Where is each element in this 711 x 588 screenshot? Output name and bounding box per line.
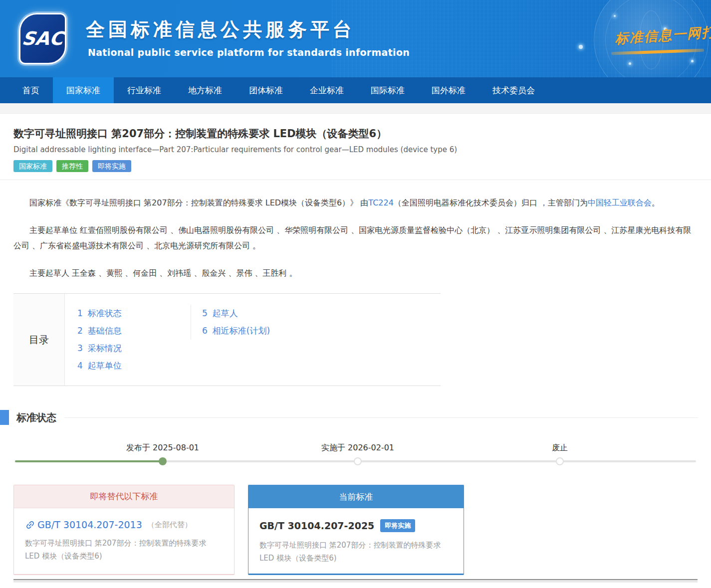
p1-prefix: 国家标准《数字可寻址照明接口 第207部分：控制装置的特殊要求 LED模块（设备… — [29, 198, 368, 207]
status-section-title: 标准状态 — [16, 411, 56, 424]
intro-paragraph-1: 国家标准《数字可寻址照明接口 第207部分：控制装置的特殊要求 LED模块（设备… — [13, 195, 698, 210]
site-header: SAC 全国标准信息公共服务平台 National public service… — [0, 0, 711, 77]
timeline-label-published: 发布于 2025-08-01 — [126, 443, 199, 453]
current-standard-desc: 数字可寻址照明接口 第207部分：控制装置的特殊要求 LED 模块（设备类型6) — [259, 539, 453, 565]
current-card-body: GB/T 30104.207-2025 即将实施 数字可寻址照明接口 第207部… — [248, 508, 464, 574]
toc-column-1: 1标准状态 2基础信息 3采标情况 4起草单位 — [65, 305, 191, 375]
toc-label: 目录 — [29, 333, 49, 347]
intro-paragraphs: 国家标准《数字可寻址照明接口 第207部分：控制装置的特殊要求 LED模块（设备… — [13, 195, 698, 281]
toc-label-cell: 目录 — [13, 294, 65, 386]
dept-link[interactable]: 中国轻工业联合会 — [588, 198, 652, 207]
toc-item-drafting-units[interactable]: 4起草单位 — [77, 357, 191, 375]
nav-item-local-standards[interactable]: 地方标准 — [175, 77, 236, 103]
timeline-label-abolished: 废止 — [552, 443, 568, 453]
nav-item-group-standards[interactable]: 团体标准 — [236, 77, 296, 103]
nav-item-technical-committee[interactable]: 技术委员会 — [479, 77, 548, 103]
title-divider — [0, 180, 711, 180]
toc-num: 5 — [202, 308, 208, 318]
current-card-header: 当前标准 — [248, 485, 464, 508]
toc-item-basic-info[interactable]: 2基础信息 — [77, 322, 191, 340]
timeline-dot-published — [159, 457, 167, 465]
toc-item-drafters[interactable]: 5起草人 — [202, 305, 270, 322]
toc-column-2: 5起草人 6相近标准(计划) — [191, 305, 270, 340]
table-of-contents: 目录 1标准状态 2基础信息 3采标情况 4起草单位 5起草人 6相近标准(计划… — [13, 293, 441, 386]
timeline-track-done — [15, 460, 163, 462]
nav-item-industry-standards[interactable]: 行业标准 — [114, 77, 175, 103]
timeline-dot-implemented — [354, 457, 362, 465]
toc-num: 6 — [202, 326, 208, 336]
timeline-dot-abolished — [556, 457, 564, 465]
footer-strip — [13, 579, 698, 583]
intro-paragraph-2: 主要起草单位 红壹佰照明股份有限公司 、佛山电器照明股份有限公司 、华荣照明有限… — [13, 222, 698, 253]
current-standard-card: 当前标准 GB/T 30104.207-2025 即将实施 数字可寻址照明接口 … — [248, 485, 464, 575]
badge-recommended: 推荐性 — [56, 160, 88, 172]
replaced-card-body: GB/T 30104.207-2013 （全部代替） 数字可寻址照明接口 第20… — [14, 508, 234, 572]
nav-item-home[interactable]: 首页 — [9, 77, 53, 103]
nav-item-international-standards[interactable]: 国际标准 — [357, 77, 418, 103]
section-marker — [0, 410, 9, 425]
toc-item-label: 起草单位 — [88, 361, 122, 371]
sac-logo[interactable]: SAC — [19, 13, 66, 64]
badge-national-standard: 国家标准 — [13, 160, 52, 172]
replaced-standard-desc: 数字可寻址照明接口 第207部分：控制装置的特殊要求 LED 模块（设备类型6) — [25, 537, 223, 563]
toc-num: 3 — [77, 343, 83, 353]
divider-band — [0, 103, 711, 114]
timeline-label-implemented: 实施于 2026-02-01 — [321, 443, 394, 453]
toc-num: 4 — [77, 361, 83, 371]
toc-item-label: 采标情况 — [88, 343, 122, 353]
badge-row: 国家标准 推荐性 即将实施 — [13, 160, 698, 172]
section-line — [64, 417, 698, 418]
main-content: 数字可寻址照明接口 第207部分：控制装置的特殊要求 LED模块（设备类型6） … — [0, 114, 711, 583]
p1-suffix: 。 — [652, 198, 660, 207]
main-nav: 首页 国家标准 行业标准 地方标准 团体标准 企业标准 国际标准 国外标准 技术… — [0, 77, 711, 103]
toc-item-adoption[interactable]: 3采标情况 — [77, 340, 191, 357]
replaced-card-header: 即将替代以下标准 — [14, 485, 234, 508]
badge-upcoming: 即将实施 — [92, 160, 131, 172]
nav-item-enterprise-standards[interactable]: 企业标准 — [296, 77, 357, 103]
toc-item-standard-status[interactable]: 1标准状态 — [77, 305, 191, 322]
p1-mid: （全国照明电器标准化技术委员会）归口 ，主管部门为 — [394, 198, 588, 207]
intro-paragraph-3: 主要起草人 王全森 、黄熙 、何金田 、刘祎瑶 、殷金兴 、景伟 、王胜利 。 — [13, 265, 698, 281]
upcoming-implementation-badge: 即将实施 — [380, 519, 415, 532]
toc-columns: 1标准状态 2基础信息 3采标情况 4起草单位 5起草人 6相近标准(计划) — [65, 294, 270, 386]
standard-title-en: Digital addressable lighting interface—P… — [13, 145, 698, 154]
toc-num: 2 — [77, 326, 83, 336]
spark-dot — [691, 60, 694, 62]
current-code-row: GB/T 30104.207-2025 即将实施 — [259, 519, 453, 532]
status-section-header: 标准状态 — [0, 410, 711, 425]
toc-item-label: 基础信息 — [88, 326, 122, 336]
replaced-standard-link[interactable]: GB/T 30104.207-2013 — [37, 519, 142, 530]
toc-item-label: 起草人 — [213, 308, 238, 318]
replaced-standard-card: 即将替代以下标准 GB/T 30104.207-2013 （全部代替） 数字可寻… — [13, 485, 235, 575]
nav-item-foreign-standards[interactable]: 国外标准 — [418, 77, 479, 103]
spark-dot — [614, 15, 616, 17]
toc-num: 1 — [77, 308, 83, 318]
standard-cards: 即将替代以下标准 GB/T 30104.207-2013 （全部代替） 数字可寻… — [13, 485, 698, 575]
spark-dot — [579, 45, 583, 49]
spark-dot — [629, 62, 631, 65]
site-subtitle: National public service platform for sta… — [88, 47, 410, 58]
tc224-link[interactable]: TC224 — [368, 198, 394, 207]
toc-item-similar-standards[interactable]: 6相近标准(计划) — [202, 322, 270, 340]
replaced-code-row: GB/T 30104.207-2013 （全部代替） — [25, 519, 223, 530]
site-title: 全国标准信息公共服务平台 — [86, 17, 355, 42]
nav-item-national-standards[interactable]: 国家标准 — [53, 77, 114, 103]
current-standard-code: GB/T 30104.207-2025 — [259, 520, 374, 531]
chain-link-icon — [23, 517, 38, 532]
standard-title-cn: 数字可寻址照明接口 第207部分：控制装置的特殊要求 LED模块（设备类型6） — [13, 127, 698, 141]
status-timeline: 发布于 2025-08-01 实施于 2026-02-01 废止 — [0, 439, 711, 470]
toc-item-label: 标准状态 — [88, 308, 122, 318]
sac-logo-text: SAC — [21, 28, 64, 49]
replaced-note: （全部代替） — [147, 520, 192, 530]
toc-item-label: 相近标准(计划) — [213, 326, 270, 336]
